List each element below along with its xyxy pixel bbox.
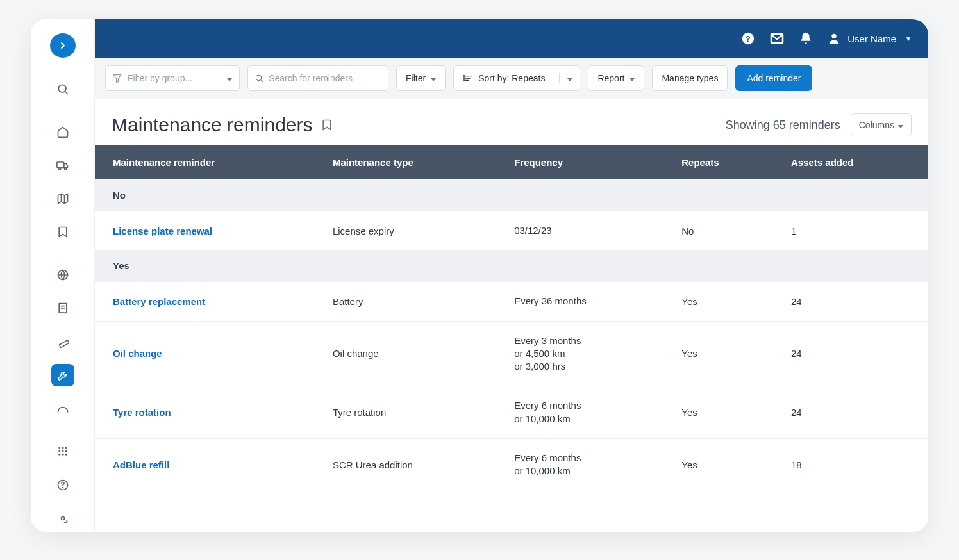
- svg-point-23: [62, 487, 63, 488]
- ruler-icon: [56, 335, 69, 348]
- columns-button[interactable]: Columns: [851, 113, 912, 136]
- sort-label: Sort by: Repeats: [478, 73, 545, 83]
- page-title: Maintenance reminders: [112, 114, 333, 136]
- page-title-text: Maintenance reminders: [112, 114, 313, 136]
- group-filter-placeholder: Filter by group...: [128, 73, 192, 83]
- cell-reminder: Tyre rotation: [95, 386, 319, 439]
- svg-point-24: [61, 516, 64, 520]
- cell-assets: 24: [777, 282, 928, 321]
- topbar-help-button[interactable]: ?: [741, 31, 755, 45]
- showing-count: Showing 65 reminders: [726, 119, 840, 132]
- svg-point-13: [58, 447, 60, 449]
- bookmark-icon: [56, 226, 69, 238]
- table-row: Oil changeOil changeEvery 3 monthsor 4,5…: [95, 321, 928, 386]
- topbar-user-menu[interactable]: User Name ▼: [827, 31, 912, 45]
- group-row[interactable]: No: [95, 179, 928, 211]
- help-circle-icon: ?: [741, 31, 755, 45]
- reminder-link[interactable]: Tyre rotation: [113, 407, 171, 418]
- wrench-icon: [56, 369, 69, 382]
- cell-repeats: Yes: [667, 282, 777, 321]
- group-filter[interactable]: Filter by group...: [105, 65, 240, 91]
- cell-reminder: Oil change: [95, 321, 319, 386]
- bookmark-outline-icon[interactable]: [321, 119, 333, 131]
- topbar-notifications-button[interactable]: [799, 31, 813, 45]
- cell-frequency: Every 6 monthsor 10,000 km: [500, 386, 667, 439]
- svg-rect-2: [56, 162, 63, 167]
- search-input[interactable]: [269, 73, 381, 83]
- col-reminder[interactable]: Maintenance reminder: [95, 145, 319, 179]
- expand-sidebar-button[interactable]: [50, 33, 76, 58]
- svg-point-19: [58, 454, 60, 456]
- svg-rect-12: [59, 340, 69, 348]
- caret-down-icon: [431, 73, 436, 83]
- nav-apps[interactable]: [51, 440, 74, 462]
- nav-help[interactable]: [51, 474, 74, 495]
- manage-types-button[interactable]: Manage types: [652, 65, 728, 91]
- svg-point-15: [65, 447, 67, 449]
- table-row: AdBlue refillSCR Urea additionEvery 6 mo…: [95, 438, 928, 490]
- cell-assets: 24: [777, 321, 928, 386]
- truck-icon: [56, 159, 69, 172]
- topbar-messages-button[interactable]: [769, 31, 785, 46]
- sort-caret[interactable]: [559, 73, 580, 83]
- main-content: ? User Name ▼ Filter by group...: [95, 19, 928, 532]
- svg-point-14: [62, 447, 63, 449]
- cell-type: SCR Urea addition: [319, 438, 500, 490]
- reminder-link[interactable]: Battery replacement: [113, 296, 205, 307]
- globe-icon: [56, 268, 69, 281]
- sort-button[interactable]: Sort by: Repeats: [453, 65, 580, 91]
- nav-bookmarks[interactable]: [51, 221, 74, 243]
- nav-settings[interactable]: [51, 507, 74, 529]
- envelope-icon: [769, 31, 785, 46]
- cell-type: Oil change: [319, 321, 500, 386]
- sort-icon: [463, 73, 473, 83]
- col-assets[interactable]: Assets added: [777, 145, 928, 179]
- nav-fleet[interactable]: [51, 154, 74, 176]
- reminder-link[interactable]: License plate renewal: [113, 226, 212, 236]
- cell-assets: 24: [777, 386, 928, 439]
- nav-speedometer[interactable]: [51, 398, 74, 420]
- svg-line-31: [261, 80, 263, 82]
- search-icon: [56, 83, 69, 95]
- search-box[interactable]: [247, 65, 388, 91]
- group-filter-caret[interactable]: [219, 72, 239, 84]
- col-repeats[interactable]: Repeats: [667, 145, 777, 179]
- help-icon: [56, 479, 69, 491]
- nav-reports[interactable]: [51, 297, 74, 319]
- svg-marker-29: [113, 75, 121, 83]
- reminder-link[interactable]: AdBlue refill: [113, 459, 169, 470]
- cell-type: Tyre rotation: [319, 386, 500, 439]
- filter-button[interactable]: Filter: [396, 65, 446, 91]
- gauge-icon: [56, 405, 69, 413]
- nav-map[interactable]: [51, 188, 74, 210]
- filter-label: Filter: [406, 73, 426, 83]
- nav-maintenance[interactable]: [51, 364, 74, 386]
- gear-icon: [56, 512, 69, 525]
- cell-reminder: AdBlue refill: [95, 438, 319, 490]
- nav-search[interactable]: [51, 78, 74, 100]
- caret-down-icon: ▼: [905, 35, 912, 42]
- col-frequency[interactable]: Frequency: [500, 145, 667, 179]
- cell-frequency: 03/12/23: [500, 211, 667, 251]
- table-row: Tyre rotationTyre rotationEvery 6 months…: [95, 386, 928, 439]
- group-label: Yes: [95, 250, 928, 282]
- reminder-link[interactable]: Oil change: [113, 348, 162, 359]
- svg-point-4: [64, 167, 66, 169]
- group-row[interactable]: Yes: [95, 250, 928, 282]
- nav-measure[interactable]: [51, 331, 74, 352]
- svg-point-20: [62, 454, 63, 456]
- cell-frequency: Every 36 months: [500, 282, 667, 321]
- cell-frequency: Every 3 monthsor 4,500 kmor 3,000 hrs: [500, 321, 667, 386]
- add-reminder-button[interactable]: Add reminder: [735, 65, 812, 91]
- col-type[interactable]: Maintenance type: [319, 145, 500, 179]
- reminders-table: Maintenance reminder Maintenance type Fr…: [95, 145, 928, 490]
- table-row: Battery replacementBatteryEvery 36 month…: [95, 282, 928, 321]
- sidebar: [31, 19, 95, 532]
- receipt-icon: [56, 302, 69, 315]
- group-label: No: [95, 179, 928, 211]
- report-button[interactable]: Report: [588, 65, 644, 91]
- nav-home[interactable]: [51, 120, 74, 142]
- nav-globe[interactable]: [51, 264, 74, 286]
- grid-icon: [57, 445, 69, 457]
- cell-repeats: Yes: [667, 386, 777, 439]
